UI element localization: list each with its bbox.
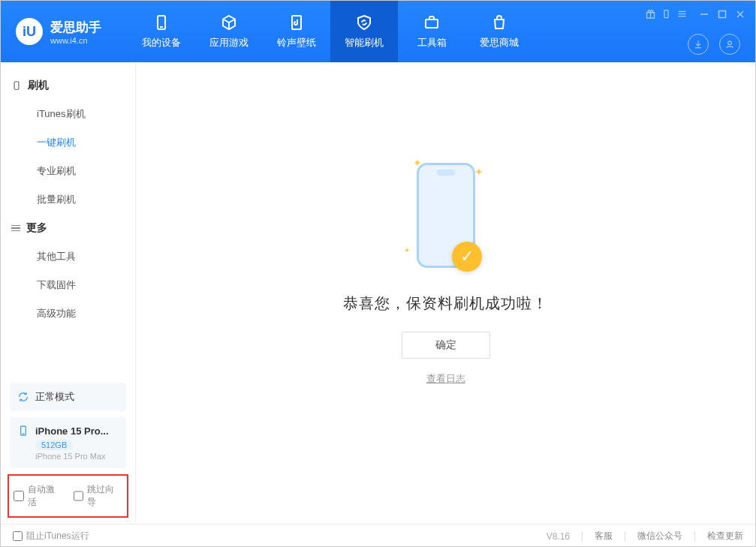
sidebar-item-batch-flash[interactable]: 批量刷机 <box>1 185 135 214</box>
nav-my-device[interactable]: 我的设备 <box>128 1 195 62</box>
device-name: iPhone 15 Pro... <box>35 425 109 437</box>
nav-label: 铃声壁纸 <box>277 36 316 50</box>
device-icon[interactable] <box>661 8 672 20</box>
sidebar-section-more[interactable]: 更多 <box>1 214 135 242</box>
download-icon <box>693 39 703 50</box>
sidebar-item-advanced[interactable]: 高级功能 <box>1 299 135 328</box>
minimize-icon[interactable] <box>700 10 709 19</box>
success-illustration: ✦ ✦ ✦ ✓ <box>408 155 483 275</box>
svg-rect-5 <box>664 11 668 18</box>
maximize-icon[interactable] <box>718 10 727 19</box>
separator <box>694 531 695 542</box>
checkbox-skip-guide[interactable]: 跳过向导 <box>74 483 123 509</box>
sidebar-item-download-firmware[interactable]: 下载固件 <box>1 271 135 299</box>
toolbox-icon <box>423 14 441 32</box>
checkbox-label: 自动激活 <box>28 483 63 509</box>
sidebar-item-onekey-flash[interactable]: 一键刷机 <box>1 128 135 157</box>
highlighted-options: 自动激活 跳过向导 <box>8 474 128 518</box>
nav-label: 爱思商城 <box>480 36 519 50</box>
svg-rect-3 <box>426 20 438 28</box>
nav-store[interactable]: 爱思商城 <box>465 1 533 62</box>
version-text: V8.16 <box>547 531 570 542</box>
section-label: 刷机 <box>28 79 49 92</box>
confirm-button[interactable]: 确定 <box>402 332 490 359</box>
nav-label: 工具箱 <box>417 36 447 50</box>
checkbox-auto-activate[interactable]: 自动激活 <box>14 483 63 509</box>
checkbox-input[interactable] <box>14 491 24 501</box>
menu-icon[interactable] <box>676 8 688 20</box>
svg-rect-10 <box>719 11 726 17</box>
phone-icon <box>11 80 22 91</box>
nav-apps[interactable]: 应用游戏 <box>195 1 263 62</box>
nav-label: 应用游戏 <box>209 36 248 50</box>
footer-link-wechat[interactable]: 微信公众号 <box>637 530 682 542</box>
brand-title: 爱思助手 <box>50 19 101 36</box>
mode-card[interactable]: 正常模式 <box>10 383 126 411</box>
close-icon[interactable] <box>736 10 745 19</box>
mode-text: 正常模式 <box>35 390 74 404</box>
nav-label: 我的设备 <box>142 36 181 50</box>
bag-icon <box>490 14 508 32</box>
hamburger-icon <box>11 225 20 232</box>
sidebar-item-other-tools[interactable]: 其他工具 <box>1 242 135 271</box>
view-log-link[interactable]: 查看日志 <box>426 372 465 386</box>
checkbox-label: 跳过向导 <box>87 483 122 509</box>
check-badge-icon: ✓ <box>452 242 482 272</box>
device-full-name: iPhone 15 Pro Max <box>35 452 119 461</box>
phone-icon <box>152 14 170 32</box>
sidebar-item-itunes-flash[interactable]: iTunes刷机 <box>1 100 135 128</box>
separator <box>625 531 625 542</box>
storage-badge: 512GB <box>35 440 73 450</box>
checkbox-input[interactable] <box>74 491 84 501</box>
refresh-icon <box>17 391 29 403</box>
download-button[interactable] <box>688 34 709 55</box>
logo-icon: iU <box>16 18 43 45</box>
device-card[interactable]: iPhone 15 Pro... 512GB iPhone 15 Pro Max <box>10 417 126 468</box>
checkbox-input[interactable] <box>13 531 23 541</box>
cube-icon <box>220 14 238 32</box>
nav-flash[interactable]: 智能刷机 <box>330 1 398 62</box>
nav-toolbox[interactable]: 工具箱 <box>398 1 465 62</box>
brand-logo[interactable]: iU 爱思助手 www.i4.cn <box>1 1 116 62</box>
user-button[interactable] <box>719 34 740 55</box>
checkbox-label: 阻止iTunes运行 <box>26 530 89 542</box>
brand-subtitle: www.i4.cn <box>50 36 101 45</box>
refresh-shield-icon <box>355 14 373 32</box>
nav-ringtones[interactable]: 铃声壁纸 <box>263 1 330 62</box>
section-label: 更多 <box>26 221 47 235</box>
checkbox-block-itunes[interactable]: 阻止iTunes运行 <box>13 530 89 542</box>
svg-rect-14 <box>14 82 19 90</box>
phone-icon <box>17 425 29 437</box>
user-icon <box>724 39 735 50</box>
success-message: 恭喜您，保资料刷机成功啦！ <box>343 293 548 314</box>
footer-link-update[interactable]: 检查更新 <box>707 530 743 542</box>
nav-label: 智能刷机 <box>345 36 384 50</box>
footer-link-support[interactable]: 客服 <box>595 530 613 542</box>
separator <box>582 531 583 542</box>
music-icon <box>288 14 306 32</box>
sidebar-item-pro-flash[interactable]: 专业刷机 <box>1 157 135 185</box>
svg-point-13 <box>728 41 732 45</box>
gift-icon[interactable] <box>645 8 656 20</box>
sidebar-section-flash[interactable]: 刷机 <box>1 71 135 100</box>
